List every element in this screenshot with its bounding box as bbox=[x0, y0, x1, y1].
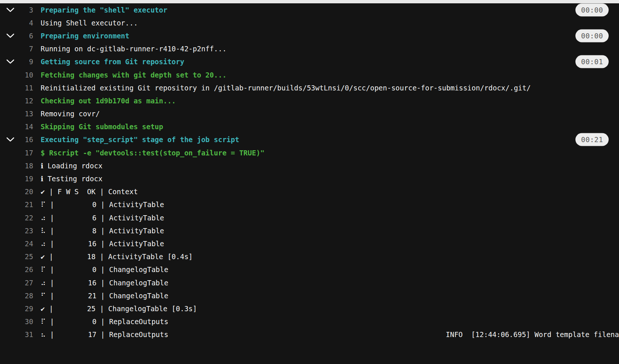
log-text: Fetching changes with git depth set to 2… bbox=[41, 71, 226, 79]
line-number-link[interactable]: 17 bbox=[0, 149, 33, 157]
line-number-link[interactable]: 13 bbox=[0, 110, 33, 118]
log-text: ⠴ | 16 | ChangelogTable bbox=[41, 279, 168, 287]
log-line: 9Getting source from Git repository00:01 bbox=[0, 55, 619, 68]
section-duration-badge: 00:00 bbox=[575, 3, 609, 16]
line-number-link[interactable]: 24 bbox=[0, 240, 33, 248]
log-text: ⠧ | 8 | ActivityTable bbox=[41, 227, 164, 235]
line-number-link[interactable]: 9 bbox=[0, 58, 33, 66]
log-text: Reinitialized existing Git repository in… bbox=[41, 84, 531, 92]
log-line: 12Checking out 1d9b170d as main... bbox=[0, 94, 619, 107]
log-text: ✔ | F W S OK | Context bbox=[41, 188, 138, 196]
log-line: 23⠧ | 8 | ActivityTable bbox=[0, 224, 619, 237]
log-text: $ Rscript -e "devtools::test(stop_on_fai… bbox=[41, 149, 264, 157]
log-line: 20✔ | F W S OK | Context bbox=[0, 185, 619, 198]
log-line: 30⠏ | 0 | ReplaceOutputs bbox=[0, 315, 619, 328]
log-line: 28⠋ | 21 | ChangelogTable bbox=[0, 289, 619, 302]
log-line: 24⠴ | 16 | ActivityTable bbox=[0, 237, 619, 250]
log-text: ✔ | 18 | ActivityTable [0.4s] bbox=[41, 253, 193, 261]
line-number-link[interactable]: 31 bbox=[0, 330, 33, 339]
line-number-link[interactable]: 29 bbox=[0, 305, 33, 313]
log-line: 13Removing covr/ bbox=[0, 107, 619, 120]
line-number-link[interactable]: 4 bbox=[0, 19, 33, 27]
log-line: 18ℹ Loading rdocx bbox=[0, 159, 619, 172]
log-text: ⠴ | 6 | ActivityTable bbox=[41, 214, 164, 222]
line-number-link[interactable]: 14 bbox=[0, 123, 33, 131]
line-number-link[interactable]: 30 bbox=[0, 317, 33, 326]
log-line: 3Preparing the "shell" executor00:00 bbox=[0, 3, 619, 16]
line-number-link[interactable]: 25 bbox=[0, 253, 33, 261]
log-text: ⠏ | 0 | ChangelogTable bbox=[41, 265, 168, 274]
top-edge-strip bbox=[0, 0, 619, 3]
log-text: ⠋ | 21 | ChangelogTable bbox=[41, 292, 168, 300]
line-number-link[interactable]: 12 bbox=[0, 97, 33, 105]
log-line: 26⠏ | 0 | ChangelogTable bbox=[0, 263, 619, 276]
line-number-link[interactable]: 27 bbox=[0, 279, 33, 287]
section-header-text: Preparing environment bbox=[41, 32, 129, 40]
section-duration-badge: 00:01 bbox=[575, 55, 609, 68]
log-line: 22⠴ | 6 | ActivityTable bbox=[0, 211, 619, 224]
log-text: ⠏ | 0 | ActivityTable bbox=[41, 200, 164, 209]
log-line: 27⠴ | 16 | ChangelogTable bbox=[0, 276, 619, 289]
log-line: 11Reinitialized existing Git repository … bbox=[0, 81, 619, 94]
line-number-link[interactable]: 11 bbox=[0, 84, 33, 92]
log-line: 7Running on dc-gitlab-runner-r410-42-p2n… bbox=[0, 42, 619, 55]
log-text: Removing covr/ bbox=[41, 110, 100, 118]
line-number-link[interactable]: 6 bbox=[0, 32, 33, 40]
line-number-link[interactable]: 7 bbox=[0, 45, 33, 53]
log-line: 4Using Shell executor... bbox=[0, 16, 619, 29]
log-text: Skipping Git submodules setup bbox=[41, 123, 163, 131]
line-number-link[interactable]: 18 bbox=[0, 162, 33, 170]
log-text: Checking out 1d9b170d as main... bbox=[41, 97, 176, 105]
line-number-link[interactable]: 22 bbox=[0, 214, 33, 222]
line-number-link[interactable]: 20 bbox=[0, 188, 33, 196]
log-text: Running on dc-gitlab-runner-r410-42-p2nf… bbox=[41, 45, 226, 53]
section-duration-badge: 00:21 bbox=[575, 133, 609, 146]
log-line: 16Executing "step_script" stage of the j… bbox=[0, 133, 619, 146]
line-number-link[interactable]: 19 bbox=[0, 175, 33, 183]
log-text: ℹ Loading rdocx bbox=[41, 162, 102, 170]
job-log: 3Preparing the "shell" executor00:004Usi… bbox=[0, 3, 619, 341]
line-number-link[interactable]: 10 bbox=[0, 71, 33, 79]
line-number-link[interactable]: 23 bbox=[0, 227, 33, 235]
log-text: ✔ | 25 | ChangelogTable [0.3s] bbox=[41, 305, 197, 313]
log-text: ⠏ | 0 | ReplaceOutputs bbox=[41, 317, 168, 326]
overflowing-log-text: INFO [12:44:06.695] Word template filena bbox=[446, 330, 619, 339]
section-duration-badge: 00:00 bbox=[575, 29, 609, 42]
log-text: ℹ Testing rdocx bbox=[41, 175, 102, 183]
log-line: 29✔ | 25 | ChangelogTable [0.3s] bbox=[0, 302, 619, 315]
line-number-link[interactable]: 28 bbox=[0, 292, 33, 300]
line-number-link[interactable]: 26 bbox=[0, 265, 33, 274]
line-number-link[interactable]: 3 bbox=[0, 6, 33, 14]
log-line: 31⠦ | 17 | ReplaceOutputsINFO [12:44:06.… bbox=[0, 328, 619, 341]
section-header-text: Preparing the "shell" executor bbox=[41, 6, 167, 14]
line-number-link[interactable]: 16 bbox=[0, 135, 33, 144]
log-line: 19ℹ Testing rdocx bbox=[0, 172, 619, 185]
log-line: 10Fetching changes with git depth set to… bbox=[0, 68, 619, 81]
log-text: Using Shell executor... bbox=[41, 19, 138, 27]
log-line: 17$ Rscript -e "devtools::test(stop_on_f… bbox=[0, 146, 619, 159]
log-line: 6Preparing environment00:00 bbox=[0, 29, 619, 42]
log-text: ⠴ | 16 | ActivityTable bbox=[41, 240, 164, 248]
line-number-link[interactable]: 21 bbox=[0, 200, 33, 209]
section-header-text: Executing "step_script" stage of the job… bbox=[41, 135, 239, 144]
log-line: 21⠏ | 0 | ActivityTable bbox=[0, 198, 619, 211]
log-text: ⠦ | 17 | ReplaceOutputs bbox=[41, 330, 168, 339]
log-line: 14Skipping Git submodules setup bbox=[0, 120, 619, 133]
log-line: 25✔ | 18 | ActivityTable [0.4s] bbox=[0, 250, 619, 263]
section-header-text: Getting source from Git repository bbox=[41, 58, 184, 66]
